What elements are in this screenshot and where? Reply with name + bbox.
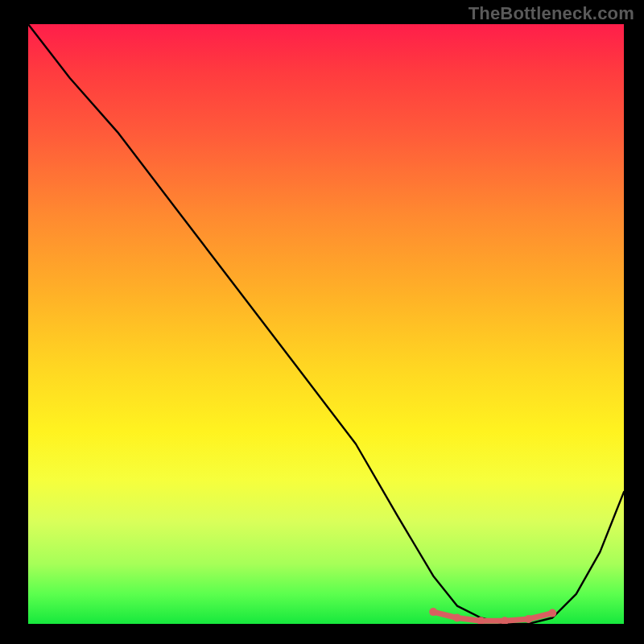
curve-layer [28, 24, 624, 624]
highlight-dot [453, 614, 461, 622]
highlight-dot [548, 609, 556, 617]
chart-container: TheBottleneck.com [0, 0, 644, 644]
bottleneck-curve [28, 24, 624, 624]
watermark-text: TheBottleneck.com [469, 3, 634, 24]
highlight-dot [429, 608, 437, 616]
bottom-highlight [433, 612, 552, 621]
highlight-dot [525, 615, 533, 623]
plot-area [28, 24, 624, 624]
